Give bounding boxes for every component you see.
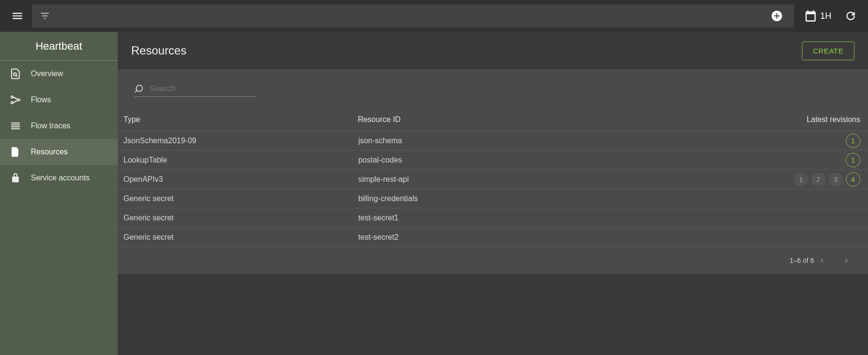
revision-badge-latest[interactable]: 1 <box>846 134 860 148</box>
filter-icon <box>40 11 50 21</box>
cell-resource-id: billing-credentials <box>358 189 688 208</box>
table-row[interactable]: Generic secrettest-secret1 <box>118 208 868 228</box>
cell-type: Generic secret <box>118 189 358 208</box>
lock-icon <box>10 172 21 184</box>
table-row[interactable]: JsonSchema2019-09json-schema1 <box>118 131 868 150</box>
cell-revisions <box>688 228 868 247</box>
main-content: Resources CREATE Type Resource ID Latest… <box>118 32 868 355</box>
chevron-left-icon <box>817 256 827 265</box>
create-button[interactable]: CREATE <box>802 41 854 60</box>
sidebar-item-flows[interactable]: Flows <box>0 87 118 113</box>
resources-search-field[interactable] <box>134 81 257 97</box>
pagination-next[interactable] <box>842 256 861 265</box>
resources-table: Type Resource ID Latest revisions JsonSc… <box>118 110 868 247</box>
revision-badge-latest[interactable]: 1 <box>846 153 860 167</box>
add-filter-button[interactable] <box>767 6 787 26</box>
page-title: Resources <box>131 44 187 57</box>
pagination-text: 1–6 of 6 <box>789 257 814 264</box>
resources-search-input[interactable] <box>146 83 257 94</box>
resources-panel: Type Resource ID Latest revisions JsonSc… <box>118 69 868 274</box>
document-icon <box>10 146 21 158</box>
table-row[interactable]: LookupTablepostal-codes1 <box>118 150 868 170</box>
table-row[interactable]: OpenAPIv3simple-rest-api1234 <box>118 170 868 189</box>
sidebar-item-label: Flows <box>31 96 51 104</box>
col-latest-revisions: Latest revisions <box>688 110 868 131</box>
refresh-button[interactable] <box>841 6 860 26</box>
cell-revisions: 1 <box>688 150 868 170</box>
topbar: 1H <box>0 0 868 32</box>
sidebar-title: Heartbeat <box>0 32 118 61</box>
cell-resource-id: simple-rest-api <box>358 170 688 189</box>
cell-revisions <box>688 189 868 208</box>
revision-badge[interactable]: 1 <box>794 172 808 187</box>
sidebar-item-label: Overview <box>31 69 63 78</box>
sidebar-item-overview[interactable]: Overview <box>0 61 118 87</box>
flows-icon <box>10 94 21 106</box>
time-range-label: 1H <box>820 11 831 21</box>
chevron-right-icon <box>842 256 852 265</box>
table-row[interactable]: Generic secrettest-secret2 <box>118 228 868 247</box>
col-type: Type <box>118 110 358 131</box>
sidebar-item-resources[interactable]: Resources <box>0 139 118 165</box>
list-icon <box>10 120 21 132</box>
search-icon <box>134 83 146 95</box>
page-header: Resources CREATE <box>118 32 868 69</box>
svg-point-2 <box>11 96 13 98</box>
sidebar-item-label: Resources <box>31 148 68 156</box>
cell-type: Generic secret <box>118 228 358 247</box>
cell-resource-id: test-secret2 <box>358 228 688 247</box>
sidebar-item-flow-traces[interactable]: Flow traces <box>0 113 118 139</box>
cell-revisions: 1 <box>688 131 868 150</box>
cell-revisions <box>688 208 868 228</box>
svg-point-3 <box>11 102 13 104</box>
add-circle-icon <box>771 10 783 22</box>
col-resource-id: Resource ID <box>358 110 688 131</box>
cell-type: JsonSchema2019-09 <box>118 131 358 150</box>
time-range-picker[interactable]: 1H <box>804 9 831 23</box>
sidebar: Heartbeat Overview Flows Flow traces Res… <box>0 32 118 355</box>
cell-type: LookupTable <box>118 150 358 170</box>
cell-resource-id: json-schema <box>358 131 688 150</box>
cell-resource-id: postal-codes <box>358 150 688 170</box>
pagination: 1–6 of 6 <box>118 247 868 274</box>
revision-badge[interactable]: 3 <box>828 172 843 187</box>
sidebar-item-service-accounts[interactable]: Service accounts <box>0 165 118 191</box>
overview-icon <box>10 68 21 80</box>
global-search-box[interactable] <box>32 4 794 27</box>
global-search-input[interactable] <box>54 11 763 21</box>
sidebar-item-label: Flow traces <box>31 122 70 130</box>
revision-badge[interactable]: 2 <box>811 172 826 187</box>
cell-resource-id: test-secret1 <box>358 208 688 228</box>
cell-revisions: 1234 <box>688 170 868 189</box>
svg-point-4 <box>18 99 20 101</box>
pagination-prev[interactable] <box>817 256 836 265</box>
hamburger-menu-button[interactable] <box>8 6 27 26</box>
calendar-icon <box>804 9 817 23</box>
sidebar-item-label: Service accounts <box>31 174 90 182</box>
cell-type: OpenAPIv3 <box>118 170 358 189</box>
revision-badge-latest[interactable]: 4 <box>846 172 860 187</box>
menu-icon <box>11 10 24 22</box>
refresh-icon <box>844 10 857 22</box>
cell-type: Generic secret <box>118 208 358 228</box>
table-row[interactable]: Generic secretbilling-credentials <box>118 189 868 208</box>
